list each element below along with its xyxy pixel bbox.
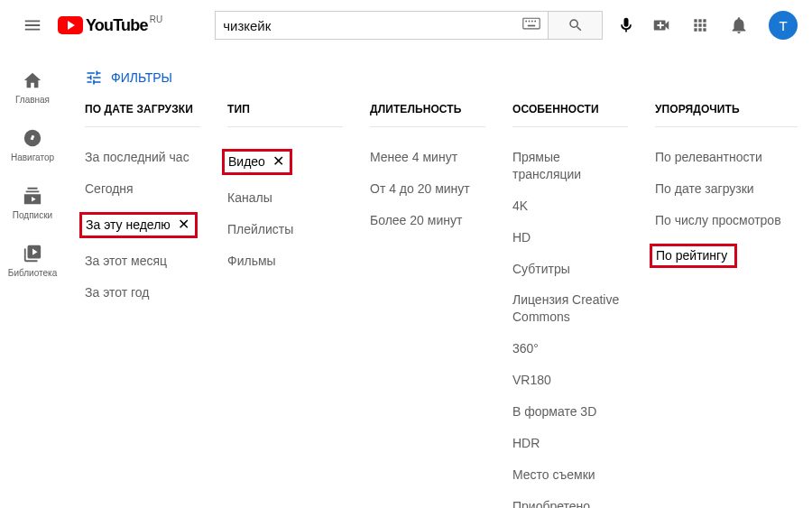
sidebar: Главная Навигатор Подписки Библиотека xyxy=(0,51,65,508)
sidebar-item-label: Подписки xyxy=(13,210,52,220)
filter-col-header: ПО ДАТЕ ЗАГРУЗКИ xyxy=(85,103,200,127)
filter-option-label: Видео xyxy=(228,153,265,171)
microphone-icon xyxy=(617,16,635,34)
youtube-play-icon xyxy=(58,16,83,34)
filter-option[interactable]: От 4 до 20 минут xyxy=(370,173,485,205)
filter-option[interactable]: Лицензия Creative Commons xyxy=(512,284,628,333)
sidebar-item-label: Главная xyxy=(15,95,50,105)
header-actions: T xyxy=(651,11,798,40)
search-wrap xyxy=(215,7,644,43)
filter-option[interactable]: HD xyxy=(512,222,628,254)
body: Главная Навигатор Подписки Библиотека ФИ… xyxy=(0,51,812,508)
logo-region: RU xyxy=(150,14,162,24)
avatar-initial: T xyxy=(779,18,787,33)
filter-option[interactable]: HDR xyxy=(512,428,628,459)
svg-rect-5 xyxy=(528,25,535,27)
home-icon xyxy=(23,70,42,90)
hamburger-icon xyxy=(23,15,42,35)
menu-button[interactable] xyxy=(14,7,51,43)
filter-option[interactable]: За этот год xyxy=(85,277,200,309)
close-icon[interactable]: ✕ xyxy=(178,217,189,232)
filter-col-header: ОСОБЕННОСТИ xyxy=(512,103,628,127)
search-icon xyxy=(567,17,584,33)
svg-rect-0 xyxy=(523,18,540,29)
avatar[interactable]: T xyxy=(769,11,798,40)
video-plus-icon xyxy=(651,15,671,35)
search-input[interactable] xyxy=(223,18,522,33)
voice-search-button[interactable] xyxy=(608,7,644,43)
filter-option[interactable]: VR180 xyxy=(512,365,628,396)
filter-option[interactable]: По числу просмотров xyxy=(655,205,798,236)
compass-icon xyxy=(23,128,42,148)
filters-toggle-button[interactable]: ФИЛЬТРЫ xyxy=(85,63,798,103)
filter-col-header: ДЛИТЕЛЬНОСТЬ xyxy=(370,103,485,127)
filter-option-label: За эту неделю xyxy=(86,217,171,234)
close-icon[interactable]: ✕ xyxy=(272,154,284,169)
notifications-button[interactable] xyxy=(729,15,749,35)
filter-option[interactable]: По рейтингу xyxy=(655,236,798,275)
tune-icon xyxy=(85,69,103,87)
sidebar-item-home[interactable]: Главная xyxy=(0,58,65,115)
library-icon xyxy=(23,244,42,263)
filter-option[interactable]: Прямые трансляции xyxy=(512,142,628,190)
keyboard-icon[interactable] xyxy=(522,17,540,33)
filter-option[interactable]: Фильмы xyxy=(227,245,343,277)
filter-option[interactable]: По релевантности xyxy=(655,142,798,173)
bell-icon xyxy=(729,15,749,35)
filter-col-sort: УПОРЯДОЧИТЬ По релевантности По дате заг… xyxy=(655,103,798,508)
filter-option-selected[interactable]: За эту неделю✕ xyxy=(85,205,200,245)
filter-col-type: ТИП Видео✕ Каналы Плейлисты Фильмы xyxy=(227,103,370,508)
search-box xyxy=(215,11,549,40)
sidebar-item-label: Библиотека xyxy=(8,268,57,278)
filter-option[interactable]: Место съемки xyxy=(512,459,628,491)
filter-col-upload-date: ПО ДАТЕ ЗАГРУЗКИ За последний час Сегодн… xyxy=(85,103,227,508)
youtube-logo[interactable]: YouTube RU xyxy=(58,16,162,35)
filter-option[interactable]: Субтитры xyxy=(512,254,628,285)
apps-button[interactable] xyxy=(691,16,709,34)
filter-col-header: УПОРЯДОЧИТЬ xyxy=(655,103,798,127)
apps-grid-icon xyxy=(691,16,709,34)
header: YouTube RU T xyxy=(0,0,812,51)
filter-option[interactable]: За этот месяц xyxy=(85,245,200,277)
filter-option[interactable]: Каналы xyxy=(227,182,343,214)
filter-columns: ПО ДАТЕ ЗАГРУЗКИ За последний час Сегодн… xyxy=(85,103,798,508)
sidebar-item-subscriptions[interactable]: Подписки xyxy=(0,173,65,231)
filter-col-features: ОСОБЕННОСТИ Прямые трансляции 4K HD Субт… xyxy=(512,103,655,508)
subscriptions-icon xyxy=(23,186,42,206)
filters-label: ФИЛЬТРЫ xyxy=(111,70,172,85)
filter-option[interactable]: За последний час xyxy=(85,142,200,173)
filter-option[interactable]: По дате загрузки xyxy=(655,173,798,205)
filter-option[interactable]: В формате 3D xyxy=(512,396,628,428)
filter-col-duration: ДЛИТЕЛЬНОСТЬ Менее 4 минут От 4 до 20 ми… xyxy=(370,103,512,508)
filter-col-header: ТИП xyxy=(227,103,343,127)
sidebar-item-library[interactable]: Библиотека xyxy=(0,231,65,289)
svg-rect-1 xyxy=(526,21,528,23)
svg-rect-3 xyxy=(531,21,533,23)
svg-rect-2 xyxy=(529,21,531,23)
filter-option[interactable]: Менее 4 минут xyxy=(370,142,485,173)
filter-option[interactable]: Сегодня xyxy=(85,173,200,205)
filter-option[interactable]: 360° xyxy=(512,333,628,365)
filter-option[interactable]: Приобретено xyxy=(512,491,628,508)
sidebar-item-explore[interactable]: Навигатор xyxy=(0,115,65,173)
sidebar-item-label: Навигатор xyxy=(11,152,54,162)
logo-text: YouTube xyxy=(86,16,148,35)
filter-option[interactable]: Плейлисты xyxy=(227,214,343,245)
svg-rect-4 xyxy=(535,21,537,23)
filter-option[interactable]: 4K xyxy=(512,190,628,222)
filter-option-selected[interactable]: Видео✕ xyxy=(227,142,343,182)
search-button[interactable] xyxy=(549,11,603,40)
create-button[interactable] xyxy=(651,15,671,35)
filter-option[interactable]: Более 20 минут xyxy=(370,205,485,236)
main: ФИЛЬТРЫ ПО ДАТЕ ЗАГРУЗКИ За последний ча… xyxy=(65,51,812,508)
